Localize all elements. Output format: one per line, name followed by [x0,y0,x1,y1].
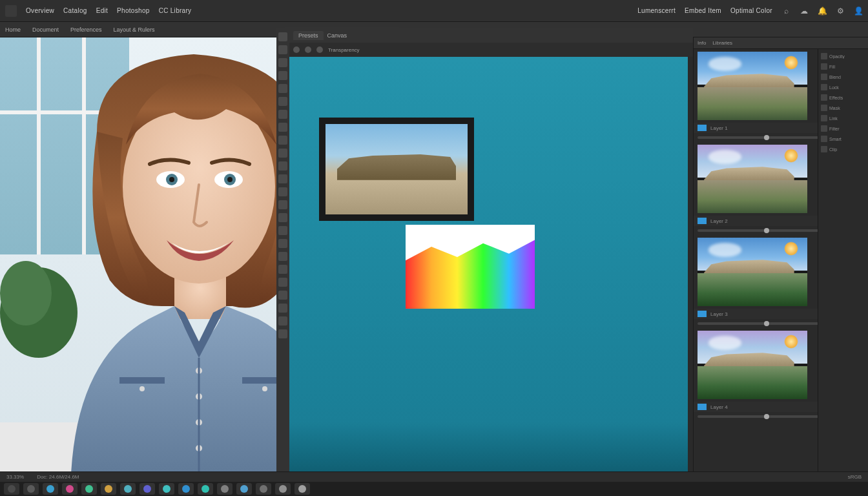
dock-app-1[interactable] [23,483,39,495]
dock-app-2[interactable] [43,483,58,495]
bell-icon[interactable]: 🔔 [818,6,827,16]
dock-app-4[interactable] [81,483,97,495]
tool-slot-12[interactable] [278,187,287,196]
panel-tab-info[interactable]: Info [698,40,706,46]
status-zoom[interactable]: 33.33% [6,474,24,480]
mini-control-row[interactable]: Effects [821,93,865,102]
mini-control-row[interactable]: Lock [821,83,865,92]
layer-swatch-icon[interactable] [698,404,707,410]
tool-slot-11[interactable] [278,174,287,183]
svg-rect-21 [119,377,165,384]
opt-layout[interactable]: Layout & Rulers [114,26,155,33]
mini-control-row[interactable]: Blend [821,72,865,81]
tool-slot-22[interactable] [278,316,287,326]
opt-preferences[interactable]: Preferences [70,26,102,33]
panel-tab-libraries[interactable]: Libraries [712,40,732,46]
dock-app-13[interactable] [256,483,271,495]
dock-app-14[interactable] [275,483,291,495]
mini-control-row[interactable]: Opacity [821,52,865,61]
search-icon[interactable]: ⌕ [781,6,790,16]
layer-thumbnail[interactable] [698,331,807,399]
tool-slot-9[interactable] [278,149,287,158]
menu-right-0[interactable]: Lumenscerrt [637,7,676,14]
mini-control-row[interactable]: Mask [821,103,865,112]
layer-swatch-icon[interactable] [698,218,707,224]
dock-app-11[interactable] [217,483,232,495]
dock-app-7[interactable] [140,483,155,495]
dock-app-icon [66,485,74,493]
tool-slot-10[interactable] [278,161,287,170]
dock-app-10[interactable] [198,483,213,495]
mini-control-label: Clip [829,147,865,152]
layer-thumbnail[interactable] [698,52,807,120]
tool-slot-16[interactable] [278,239,287,248]
dock-app-3[interactable] [62,483,78,495]
tool-slot-6[interactable] [278,110,287,119]
menu-cclibrary[interactable]: CC Library [159,7,192,14]
mini-control-row[interactable]: Smart [821,134,865,143]
mini-control-label: Fill [829,65,865,69]
svg-point-6 [0,261,52,326]
menu-right-1[interactable]: Embed Item [685,7,721,14]
tool-slot-19[interactable] [278,278,287,287]
dock-app-icon [85,485,93,493]
dock-app-8[interactable] [159,483,174,495]
tool-slot-18[interactable] [278,265,287,274]
tool-slot-7[interactable] [278,123,287,132]
dock-app-6[interactable] [120,483,136,495]
cloud-icon[interactable]: ☁ [800,6,809,16]
mini-control-row[interactable]: Clip [821,145,865,154]
app-logo-icon[interactable] [5,5,17,17]
tool-slot-14[interactable] [278,213,287,222]
mini-control-row[interactable]: Filter [821,124,865,133]
menu-photoshop[interactable]: Photoshop [117,7,150,14]
tool-slot-5[interactable] [278,97,287,106]
placed-image-gradient[interactable] [406,225,535,309]
tool-slot-13[interactable] [278,200,287,209]
dock-app-9[interactable] [178,483,194,495]
opt-home[interactable]: Home [5,26,21,33]
mini-control-label: Effects [829,96,865,100]
layer-swatch-icon[interactable] [698,311,707,317]
layer-swatch-icon[interactable] [698,125,707,131]
teal-canvas[interactable] [289,57,688,487]
dock-app-12[interactable] [236,483,252,495]
tool-dot-icon[interactable] [293,46,300,53]
tool-slot-20[interactable] [278,291,287,300]
doc-tab[interactable]: Presets [293,31,324,40]
placed-image-landscape[interactable] [319,118,474,221]
menu-right-2[interactable]: Optimal Color [730,7,772,14]
opt-document[interactable]: Document [32,26,59,33]
dock-bar [0,482,868,496]
layer-thumbnail[interactable] [698,145,807,213]
user-icon[interactable]: 👤 [854,6,863,16]
tool-slot-17[interactable] [278,252,287,261]
tool-slot-0[interactable] [278,32,287,41]
dock-app-5[interactable] [101,483,116,495]
tool-slot-21[interactable] [278,304,287,313]
svg-point-16 [227,177,232,182]
tool-slot-8[interactable] [278,136,287,145]
menu-overview[interactable]: Overview [26,7,54,14]
mini-control-label: Blend [829,75,865,79]
tool-slot-4[interactable] [278,84,287,93]
tool-dot-icon[interactable] [305,46,311,53]
layer-thumbnail[interactable] [698,238,807,306]
layer-label: Layer 4 [710,404,728,410]
tool-slot-1[interactable] [278,45,287,54]
menu-catalog[interactable]: Catalog [63,7,87,14]
mini-control-icon [821,84,827,90]
tool-dot-icon[interactable] [316,46,323,53]
dock-app-15[interactable] [294,483,310,495]
tool-slot-3[interactable] [278,71,287,80]
menu-edit[interactable]: Edit [96,7,108,14]
mini-control-row[interactable]: Link [821,114,865,123]
floating-document-window[interactable]: Presets Canvas Transparency [276,28,693,496]
dock-app-0[interactable] [4,483,19,495]
tool-slot-15[interactable] [278,226,287,235]
settings-icon[interactable]: ⚙ [836,6,845,16]
floating-doc-titlebar[interactable]: Presets Canvas [276,28,693,43]
tool-slot-2[interactable] [278,58,287,67]
tool-slot-23[interactable] [278,329,287,338]
mini-control-row[interactable]: Fill [821,62,865,71]
